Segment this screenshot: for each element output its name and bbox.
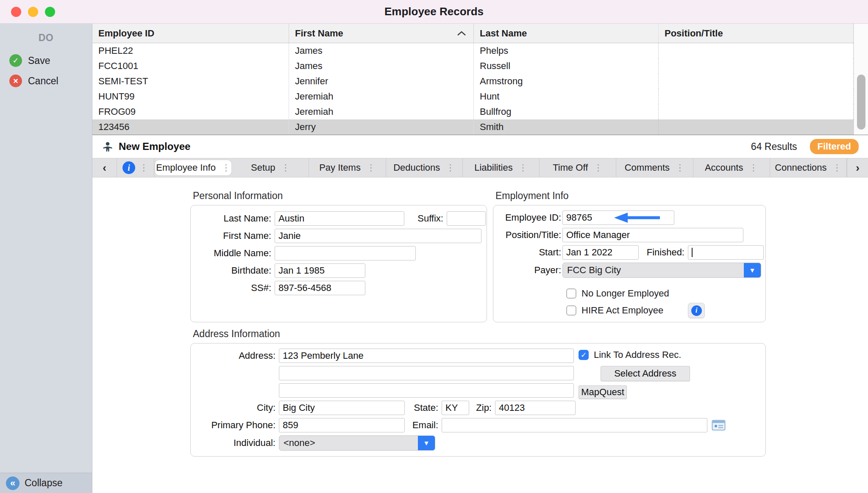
position-title-label: Position/Title: bbox=[498, 230, 561, 241]
finished-date-input[interactable] bbox=[688, 245, 764, 260]
column-header-last-name[interactable]: Last Name bbox=[474, 24, 659, 43]
link-to-address-checkbox[interactable]: ✓ bbox=[579, 350, 589, 360]
individual-dropdown[interactable]: <none> ▾ bbox=[279, 435, 435, 451]
cell-employee-id: HUNT99 bbox=[92, 89, 289, 104]
city-input[interactable] bbox=[279, 401, 405, 415]
primary-phone-label: Primary Phone: bbox=[195, 420, 275, 431]
address-link-panel: ✓ Link To Address Rec. Select Address Ma… bbox=[579, 349, 761, 399]
primary-phone-input[interactable] bbox=[279, 418, 405, 432]
tab-options-dots[interactable]: ⋮ bbox=[749, 163, 758, 173]
address-line1-input[interactable] bbox=[279, 349, 574, 363]
tabs-scroll-left-button[interactable]: ‹ bbox=[92, 158, 117, 177]
hire-act-checkbox[interactable] bbox=[566, 305, 576, 316]
tab-options-dots[interactable]: ⋮ bbox=[281, 163, 290, 173]
mapquest-button[interactable]: MapQuest bbox=[579, 385, 627, 399]
state-input[interactable] bbox=[442, 401, 469, 415]
middle-name-label: Middle Name: bbox=[196, 248, 271, 259]
select-address-button[interactable]: Select Address bbox=[601, 366, 690, 381]
payer-label: Payer: bbox=[498, 265, 561, 276]
first-name-input[interactable] bbox=[275, 229, 481, 243]
cell-position bbox=[659, 74, 854, 89]
zip-label: Zip: bbox=[469, 402, 492, 413]
tab-accounts[interactable]: Accounts⋮ bbox=[693, 158, 770, 177]
record-info-button[interactable]: i ⋮ bbox=[117, 158, 154, 177]
ssn-input[interactable] bbox=[275, 281, 365, 295]
tabs-scroll-right-button[interactable]: › bbox=[847, 158, 868, 177]
cell-last-name: Smith bbox=[474, 119, 659, 135]
birthdate-input[interactable] bbox=[275, 263, 365, 278]
tab-options-dots[interactable]: ⋮ bbox=[594, 163, 603, 173]
cancel-button-label: Cancel bbox=[28, 75, 58, 87]
table-row[interactable]: HUNT99 Jeremiah Hunt bbox=[92, 89, 868, 104]
tab-connections[interactable]: Connections⋮ bbox=[770, 158, 847, 177]
payer-dropdown[interactable]: FCC Big City ▾ bbox=[562, 263, 761, 278]
table-row[interactable]: PHEL22 James Phelps bbox=[92, 43, 868, 58]
collapse-sidebar-button[interactable]: « Collapse bbox=[0, 473, 92, 493]
tab-options-dots[interactable]: ⋮ bbox=[519, 163, 528, 173]
position-title-input[interactable] bbox=[562, 228, 743, 242]
no-longer-employed-checkbox[interactable] bbox=[566, 288, 576, 299]
middle-name-row: Middle Name: bbox=[196, 246, 481, 260]
individual-dropdown-button[interactable]: ▾ bbox=[418, 436, 435, 450]
cancel-x-icon: × bbox=[9, 75, 22, 87]
save-button[interactable]: ✓ Save bbox=[0, 50, 92, 71]
link-to-address-row: ✓ Link To Address Rec. bbox=[579, 349, 761, 360]
tab-comments[interactable]: Comments⋮ bbox=[616, 158, 693, 177]
sort-ascending-icon bbox=[456, 30, 467, 36]
tab-options-dots[interactable]: ⋮ bbox=[446, 163, 455, 173]
tab-options-dots[interactable]: ⋮ bbox=[222, 163, 231, 173]
suffix-input[interactable] bbox=[447, 211, 486, 226]
last-name-row: Last Name: Suffix: bbox=[196, 211, 481, 226]
personal-info-section-title: Personal Information bbox=[190, 190, 487, 202]
address-line3-input[interactable] bbox=[279, 383, 574, 398]
last-name-input[interactable] bbox=[275, 211, 404, 226]
results-count: 64 Results bbox=[751, 141, 797, 152]
tab-options-dots[interactable]: ⋮ bbox=[833, 163, 842, 173]
tab-deductions[interactable]: Deductions⋮ bbox=[386, 158, 463, 177]
employment-info-section: Employment Info Employee ID: bbox=[493, 190, 766, 322]
close-window-button[interactable] bbox=[11, 7, 21, 17]
minimize-window-button[interactable] bbox=[28, 7, 38, 17]
table-row-selected[interactable]: 123456 Jerry Smith bbox=[92, 119, 868, 135]
start-date-input[interactable] bbox=[562, 245, 639, 260]
payer-row: Payer: FCC Big City ▾ bbox=[498, 263, 761, 278]
table-row[interactable]: FCC1001 James Russell bbox=[92, 58, 868, 74]
payer-dropdown-button[interactable]: ▾ bbox=[744, 263, 761, 277]
zip-input[interactable] bbox=[495, 401, 576, 415]
column-header-first-name[interactable]: First Name bbox=[289, 24, 474, 43]
table-row[interactable]: FROG09 Jeremiah Bullfrog bbox=[92, 104, 868, 119]
employee-id-input[interactable] bbox=[562, 210, 674, 225]
email-label: Email: bbox=[405, 420, 438, 431]
birthdate-row: Birthdate: bbox=[196, 263, 481, 278]
tab-options-dots[interactable]: ⋮ bbox=[139, 163, 148, 173]
cancel-button[interactable]: × Cancel bbox=[0, 71, 92, 91]
email-input[interactable] bbox=[442, 418, 707, 432]
column-header-employee-id[interactable]: Employee ID bbox=[92, 24, 289, 43]
tab-pay-items[interactable]: Pay Items⋮ bbox=[309, 158, 386, 177]
cell-employee-id: FROG09 bbox=[92, 104, 289, 119]
tab-liabilities[interactable]: Liabilities⋮ bbox=[463, 158, 540, 177]
employee-id-label: Employee ID: bbox=[498, 212, 561, 223]
filtered-badge[interactable]: Filtered bbox=[810, 139, 859, 154]
middle-name-input[interactable] bbox=[275, 246, 416, 260]
cell-position bbox=[659, 58, 854, 74]
address-info-group: Address: City: bbox=[190, 343, 766, 457]
employee-table: Employee ID First Name Last Name Positio… bbox=[92, 24, 868, 135]
address-line2-input[interactable] bbox=[279, 366, 574, 380]
column-header-position[interactable]: Position/Title bbox=[659, 24, 854, 43]
table-scrollbar-thumb[interactable] bbox=[857, 75, 865, 130]
cell-first-name: Jeremiah bbox=[289, 104, 474, 119]
contact-card-icon[interactable] bbox=[712, 419, 726, 432]
table-scrollbar[interactable] bbox=[854, 24, 868, 135]
tab-options-dots[interactable]: ⋮ bbox=[676, 163, 684, 173]
employment-info-group: Employee ID: Position bbox=[493, 205, 766, 322]
tab-employee-info[interactable]: Employee Info⋮ bbox=[155, 160, 231, 175]
tab-time-off[interactable]: Time Off⋮ bbox=[540, 158, 616, 177]
tab-setup[interactable]: Setup⋮ bbox=[232, 158, 309, 177]
zoom-window-button[interactable] bbox=[45, 7, 55, 17]
record-header-bar: New Employee 64 Results Filtered bbox=[92, 135, 868, 158]
table-row[interactable]: SEMI-TEST Jennifer Armstrong bbox=[92, 74, 868, 89]
chevron-down-icon: ▾ bbox=[424, 438, 428, 448]
tab-options-dots[interactable]: ⋮ bbox=[367, 163, 376, 173]
hire-act-info-button[interactable]: i bbox=[688, 303, 705, 318]
